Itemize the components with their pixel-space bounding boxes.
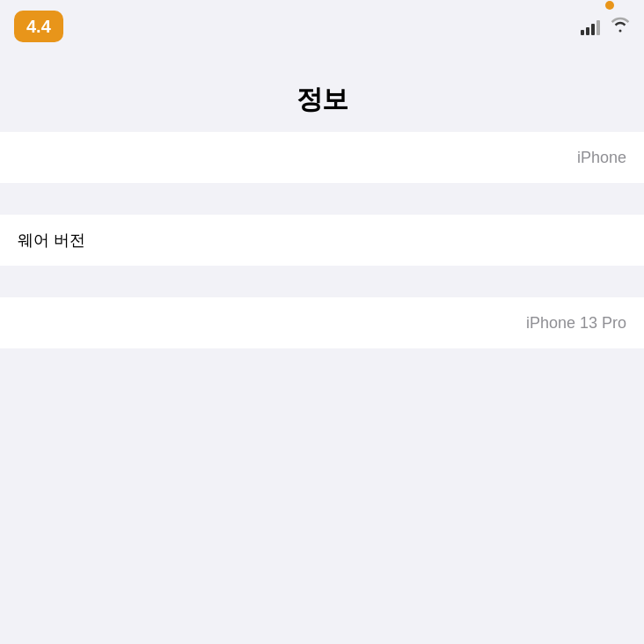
model-row[interactable]: iPhone 13 Pro xyxy=(0,297,644,348)
status-left: 4.4 xyxy=(14,11,63,42)
content-area: iPhone 웨어 버전 iPhone 13 Pro xyxy=(0,132,644,348)
orange-dot-indicator xyxy=(605,1,614,10)
signal-bar-3 xyxy=(591,24,595,35)
status-right xyxy=(581,17,630,37)
back-button[interactable]: 4.4 xyxy=(14,11,63,42)
list-section-3: iPhone 13 Pro xyxy=(0,297,644,348)
software-version-row[interactable]: 웨어 버전 xyxy=(0,215,644,266)
wifi-icon xyxy=(611,17,630,37)
model-row-value: iPhone 13 Pro xyxy=(526,314,626,333)
signal-bar-4 xyxy=(596,20,600,35)
signal-bar-2 xyxy=(586,27,589,35)
list-section-2: 웨어 버전 xyxy=(0,215,644,266)
list-section-1: iPhone xyxy=(0,132,644,183)
iphone-name-row[interactable]: iPhone xyxy=(0,132,644,183)
section-separator-1 xyxy=(0,183,644,215)
section-separator-2 xyxy=(0,266,644,297)
signal-icon xyxy=(581,18,600,35)
signal-bar-1 xyxy=(581,30,584,35)
nav-header: 정보 xyxy=(0,44,644,132)
back-label: 4.4 xyxy=(26,17,51,37)
name-row-value: iPhone xyxy=(577,149,626,167)
status-bar: 4.4 xyxy=(0,0,644,44)
page-title: 정보 xyxy=(296,82,348,118)
software-version-label: 웨어 버전 xyxy=(18,230,85,251)
